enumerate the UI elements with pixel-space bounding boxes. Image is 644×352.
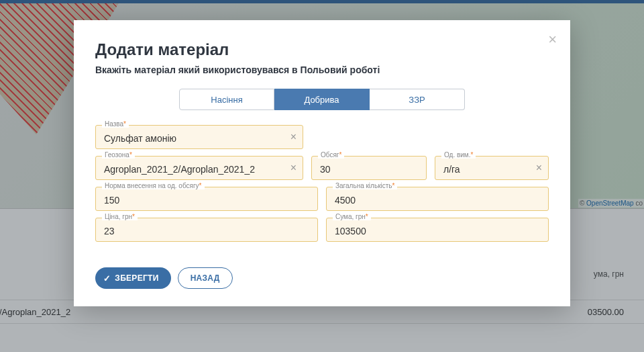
label-volume: Обсяг* — [318, 151, 344, 159]
tab-seeds[interactable]: Насіння — [179, 89, 274, 110]
label-geozone: Геозона* — [102, 151, 135, 159]
name-input[interactable] — [95, 125, 303, 149]
tab-fertilizers[interactable]: Добрива — [274, 89, 370, 110]
unit-input[interactable] — [435, 156, 549, 180]
field-unit: Од. вим.* × — [435, 156, 549, 180]
sum-input[interactable] — [326, 218, 549, 242]
label-price: Ціна, грн* — [102, 213, 138, 220]
total-qty-input[interactable] — [326, 187, 549, 211]
clear-name-icon[interactable]: × — [290, 131, 297, 143]
label-total-qty: Загальна кількість* — [333, 182, 397, 189]
field-sum: Сума, грн* — [326, 218, 549, 242]
field-volume: Обсяг* — [311, 156, 427, 180]
back-button[interactable]: НАЗАД — [178, 267, 233, 289]
label-rate: Норма внесення на од. обсягу* — [102, 182, 205, 189]
field-total-qty: Загальна кількість* — [326, 187, 549, 211]
field-price: Ціна, грн* — [95, 218, 318, 242]
save-button[interactable]: ЗБЕРЕГТИ — [95, 267, 171, 289]
field-rate: Норма внесення на од. обсягу* — [95, 187, 318, 211]
clear-unit-icon[interactable]: × — [536, 162, 542, 174]
rate-input[interactable] — [95, 187, 318, 211]
geozone-input[interactable] — [95, 156, 303, 180]
clear-geozone-icon[interactable]: × — [290, 162, 297, 174]
field-name: Назва* × — [95, 125, 303, 149]
label-name: Назва* — [102, 120, 129, 128]
add-material-modal: × Додати матеріал Вкажіть матеріал який … — [74, 20, 570, 306]
close-icon[interactable]: × — [548, 32, 557, 47]
label-sum: Сума, грн* — [333, 213, 371, 220]
field-geozone: Геозона* × — [95, 156, 303, 180]
label-unit: Од. вим.* — [441, 151, 476, 159]
modal-actions: ЗБЕРЕГТИ НАЗАД — [95, 267, 549, 289]
modal-subtitle: Вкажіть матеріал який використовувався в… — [95, 64, 549, 75]
modal-title: Додати матеріал — [95, 40, 549, 59]
volume-input[interactable] — [311, 156, 427, 180]
material-type-tabs: Насіння Добрива ЗЗР — [95, 89, 549, 110]
tab-ppp[interactable]: ЗЗР — [370, 89, 465, 110]
price-input[interactable] — [95, 218, 318, 242]
